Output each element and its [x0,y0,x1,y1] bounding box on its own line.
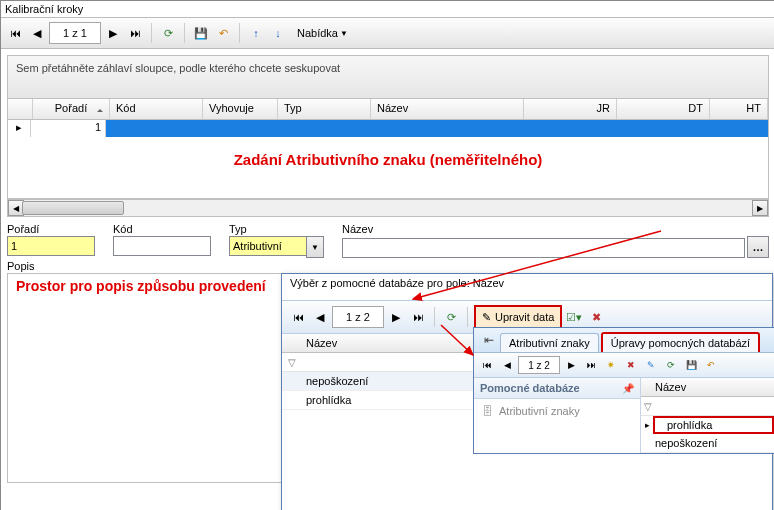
db-row[interactable]: nepoškození [641,434,774,453]
label-popis: Popis [1,260,774,272]
menu-label: Nabídka [297,27,338,39]
last-record-icon[interactable]: ⏭ [408,307,428,327]
close-icon[interactable]: ✖ [586,307,606,327]
cell-poradi[interactable]: 1 [31,120,106,137]
col-typ[interactable]: Typ [278,99,371,119]
database-icon: 🗄 [482,405,493,417]
label-poradi: Pořadí [7,223,95,235]
row-marker-icon: ▸ [641,420,653,430]
refresh-icon[interactable]: ⟳ [662,356,680,374]
next-record-icon[interactable]: ▶ [562,356,580,374]
col-dt[interactable]: DT [617,99,710,119]
filter-icon: ▽ [641,401,655,412]
save-icon[interactable]: 💾 [682,356,700,374]
down-icon[interactable]: ↓ [268,23,288,43]
scroll-right-icon[interactable]: ▶ [752,200,768,216]
menu-dropdown[interactable]: Nabídka ▼ [290,22,355,44]
popup-title: Výběr z pomocné databáze pro pole: Název [282,274,772,300]
popup-page-indicator[interactable] [332,306,384,328]
db-filter-row[interactable]: ▽ [641,397,774,416]
selected-row-area[interactable] [106,120,768,137]
prev-record-icon[interactable]: ◀ [27,23,47,43]
prev-record-icon[interactable]: ◀ [310,307,330,327]
first-record-icon[interactable]: ⏮ [5,23,25,43]
undo-icon[interactable]: ↶ [702,356,720,374]
separator [184,23,185,43]
input-typ[interactable] [229,236,306,256]
db-row-highlighted[interactable]: prohlídka [653,416,774,434]
edit-data-button[interactable]: ✎ Upravit data [474,305,562,329]
col-ht[interactable]: HT [710,99,768,119]
scroll-thumb[interactable] [22,201,124,215]
tab-bar: ⇤ Atributivní znaky Úpravy pomocných dat… [474,328,774,353]
prev-record-icon[interactable]: ◀ [498,356,516,374]
back-icon[interactable]: ⇤ [480,333,498,347]
grid-row[interactable]: ▸ 1 [8,120,768,137]
form-row: Pořadí Kód Typ ▼ Název … [1,217,774,260]
check-dropdown-icon[interactable]: ☑▾ [564,307,584,327]
refresh-icon[interactable]: ⟳ [158,23,178,43]
refresh-icon[interactable]: ⟳ [441,307,461,327]
input-nazev[interactable] [342,238,745,258]
separator [467,307,468,327]
main-toolbar: ⏮ ◀ ▶ ⏭ ⟳ 💾 ↶ ↑ ↓ Nabídka ▼ [1,17,774,49]
tab-edit-db[interactable]: Úpravy pomocných databází [601,332,760,352]
nazev-lookup-button[interactable]: … [747,236,769,258]
typ-dropdown-button[interactable]: ▼ [306,236,324,258]
data-grid[interactable]: Pořadí Kód Vyhovuje Typ Název JR DT HT ▸… [7,99,769,199]
next-record-icon[interactable]: ▶ [386,307,406,327]
next-record-icon[interactable]: ▶ [103,23,123,43]
row-marker-icon: ▸ [8,120,31,137]
delete-record-icon[interactable]: ✖ [622,356,640,374]
page-indicator[interactable] [49,22,101,44]
save-icon[interactable]: 💾 [191,23,211,43]
h-scrollbar[interactable]: ◀ ▶ [7,199,769,217]
chevron-down-icon: ▼ [340,29,348,38]
edit-page-indicator[interactable] [518,356,560,374]
row-selector-col [8,99,33,119]
db-col-nazev[interactable]: Název [641,378,774,397]
edit-data-label: Upravit data [495,311,554,323]
field-typ: Typ ▼ [229,223,324,258]
label-typ: Typ [229,223,324,235]
edit-icon: ✎ [482,311,491,324]
col-poradi[interactable]: Pořadí [33,99,110,119]
first-record-icon[interactable]: ⏮ [478,356,496,374]
last-record-icon[interactable]: ⏭ [125,23,145,43]
popis-annotation: Prostor pro popis způsobu provedení [16,278,266,294]
up-icon[interactable]: ↑ [246,23,266,43]
group-by-bar[interactable]: Sem přetáhněte záhlaví sloupce, podle kt… [7,55,769,99]
new-record-icon[interactable]: ✷ [602,356,620,374]
input-poradi[interactable] [7,236,95,256]
col-kod[interactable]: Kód [110,99,203,119]
edit-record-icon[interactable]: ✎ [642,356,660,374]
first-record-icon[interactable]: ⏮ [288,307,308,327]
grid-header: Pořadí Kód Vyhovuje Typ Název JR DT HT [8,99,768,120]
separator [434,307,435,327]
col-nazev[interactable]: Název [371,99,524,119]
input-kod[interactable] [113,236,211,256]
db-item-label: Atributivní znaky [499,405,580,417]
db-panel: Pomocné databáze 📌 🗄 Atributivní znaky [474,378,641,453]
annotation-text: Zadání Atributivního znaku (neměřitelnéh… [8,137,768,198]
db-records: Název ▽ ▸ prohlídka nepoškození [641,378,774,453]
col-vyhovuje[interactable]: Vyhovuje [203,99,278,119]
separator [151,23,152,43]
label-nazev: Název [342,223,769,235]
db-item[interactable]: 🗄 Atributivní znaky [474,399,640,423]
filter-icon: ▽ [282,357,302,368]
field-nazev: Název … [342,223,769,258]
separator [239,23,240,43]
panel-title: Pomocné databáze [480,382,580,394]
field-kod: Kód [113,223,211,258]
pin-icon[interactable]: 📌 [622,383,634,394]
edit-db-popup: ⇤ Atributivní znaky Úpravy pomocných dat… [473,327,774,454]
col-jr[interactable]: JR [524,99,617,119]
field-poradi: Pořadí [7,223,95,258]
edit-db-toolbar: ⏮ ◀ ▶ ⏭ ✷ ✖ ✎ ⟳ 💾 ↶ [474,353,774,378]
last-record-icon[interactable]: ⏭ [582,356,600,374]
tab-attributes[interactable]: Atributivní znaky [500,333,599,352]
label-kod: Kód [113,223,211,235]
undo-icon[interactable]: ↶ [213,23,233,43]
window-title: Kalibrační kroky [1,1,774,17]
